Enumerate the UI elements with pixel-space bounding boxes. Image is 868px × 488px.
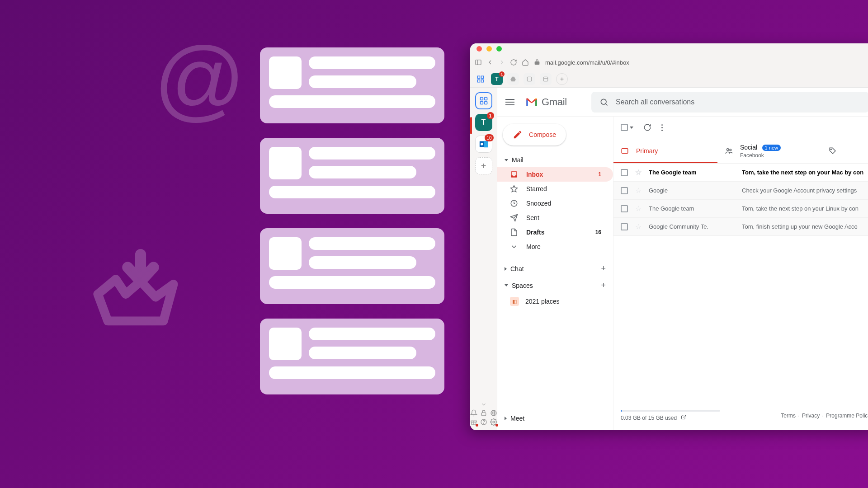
section-mail[interactable]: Mail [497, 153, 613, 167]
caret-down-icon [505, 159, 508, 161]
svg-rect-0 [476, 60, 481, 65]
svg-point-25 [483, 423, 484, 424]
rail-account-initial: T [481, 118, 486, 127]
tab-social-label: Social [740, 144, 757, 151]
tab-drive[interactable] [507, 73, 519, 85]
mail-checkbox[interactable] [621, 187, 628, 194]
file-icon [510, 228, 518, 236]
nav-forward-icon[interactable] [498, 59, 505, 66]
star-icon [510, 185, 518, 193]
star-icon[interactable]: ☆ [635, 168, 642, 177]
footer-terms[interactable]: Terms [781, 413, 796, 419]
chat-add-icon[interactable]: + [601, 264, 606, 273]
mail-subject: Check your Google Account privacy settin… [742, 187, 868, 194]
tab-primary[interactable]: Primary [613, 138, 717, 163]
svg-rect-7 [527, 77, 531, 81]
external-link-icon[interactable] [681, 414, 686, 421]
tab-social[interactable]: Social 1 new Facebook [717, 138, 821, 163]
more-options-icon[interactable] [661, 124, 663, 131]
window-close-button[interactable] [476, 46, 482, 52]
svg-point-34 [727, 148, 729, 150]
svg-point-18 [481, 143, 483, 145]
window-minimize-button[interactable] [486, 46, 492, 52]
mail-checkbox[interactable] [621, 223, 628, 230]
mail-row[interactable]: ☆The Google teamTom, take the next step … [613, 200, 868, 218]
bell-icon[interactable] [470, 409, 477, 417]
list-toolbar [613, 117, 868, 138]
space-item-label: 2021 places [525, 298, 560, 305]
mail-row[interactable]: ☆Google Community Te.Tom, finish setting… [613, 218, 868, 236]
reload-icon[interactable] [510, 59, 517, 66]
svg-rect-4 [477, 80, 480, 82]
rail-add-account-button[interactable]: + [475, 157, 492, 174]
nav-sent[interactable]: Sent [497, 211, 613, 225]
gift-icon[interactable] [470, 418, 477, 426]
rail-account-gmail[interactable]: T 1 [475, 114, 492, 131]
search-input[interactable]: Search all conversations [591, 92, 868, 113]
help-icon[interactable] [480, 418, 487, 426]
globe-icon[interactable] [490, 409, 497, 417]
compose-button[interactable]: Compose [503, 124, 566, 145]
lock-icon [533, 59, 541, 66]
settings-gear-icon[interactable] [490, 418, 497, 426]
mail-sender: Google Community Te. [649, 223, 735, 230]
storage-text: 0.03 GB of 15 GB used [621, 415, 677, 421]
nav-starred[interactable]: Starred [497, 182, 613, 196]
mail-subject: Tom, take the next step on your Linux by… [742, 205, 868, 212]
section-spaces[interactable]: Spaces + [497, 277, 613, 294]
svg-rect-33 [622, 148, 628, 153]
star-icon[interactable]: ☆ [635, 204, 642, 213]
menu-icon[interactable] [505, 99, 514, 105]
gmail-logo[interactable]: Gmail [525, 96, 567, 108]
caret-right-icon [505, 267, 507, 271]
footer-program[interactable]: Programme Polici [826, 413, 868, 419]
star-icon[interactable]: ☆ [635, 222, 642, 231]
footer-privacy[interactable]: Privacy [802, 413, 820, 419]
gmail-list-pane: Primary Social 1 new Facebook [613, 117, 868, 430]
svg-rect-5 [481, 80, 484, 82]
svg-line-28 [606, 103, 608, 105]
category-tabs: Primary Social 1 new Facebook [613, 138, 868, 164]
nav-drafts[interactable]: Drafts 16 [497, 225, 613, 239]
star-icon[interactable]: ☆ [635, 186, 642, 195]
lock-small-icon[interactable] [480, 409, 487, 417]
chevron-down-icon[interactable] [481, 401, 487, 408]
search-icon [599, 98, 609, 107]
rail-bottom-controls [470, 401, 497, 426]
tab-app-1[interactable] [524, 73, 535, 85]
svg-rect-15 [484, 102, 487, 104]
mail-checkbox[interactable] [621, 169, 628, 176]
mail-row[interactable]: ☆The Google teamTom, take the next step … [613, 164, 868, 182]
refresh-icon[interactable] [643, 123, 651, 131]
section-chat[interactable]: Chat + [497, 260, 613, 277]
mail-checkbox[interactable] [621, 205, 628, 212]
space-item[interactable]: ◧ 2021 places [497, 294, 613, 309]
nav-snoozed[interactable]: Snoozed [497, 196, 613, 211]
tab-promotions[interactable] [821, 138, 849, 163]
window-maximize-button[interactable] [496, 46, 502, 52]
nav-inbox[interactable]: Inbox 1 [497, 167, 613, 182]
nav-back-icon[interactable] [486, 59, 494, 66]
tag-icon [829, 147, 837, 155]
mail-row[interactable]: ☆GoogleCheck your Google Account privacy… [613, 182, 868, 200]
new-tab-button[interactable] [556, 73, 568, 85]
svg-point-36 [830, 149, 831, 150]
tab-gmail-account[interactable]: T 1 [491, 73, 503, 85]
nav-more[interactable]: More [497, 239, 613, 254]
home-icon[interactable] [522, 59, 529, 66]
tab-app-2[interactable] [540, 73, 552, 85]
spaces-add-icon[interactable]: + [601, 281, 606, 290]
people-icon [725, 147, 733, 155]
search-placeholder: Search all conversations [616, 98, 694, 106]
window-titlebar [470, 43, 868, 54]
svg-point-27 [601, 99, 606, 104]
section-meet[interactable]: Meet [497, 411, 613, 426]
inbox-tray-decor [86, 239, 185, 341]
rail-account-outlook[interactable]: 10 [475, 136, 492, 153]
tab-grid[interactable] [475, 73, 486, 85]
compose-label: Compose [529, 131, 556, 138]
select-all-checkbox[interactable] [621, 124, 633, 131]
rail-apps-button[interactable] [475, 92, 492, 109]
url-text[interactable]: mail.google.com/mail/u/0/#inbox [545, 59, 629, 66]
sidebar-toggle-icon[interactable] [475, 59, 482, 66]
